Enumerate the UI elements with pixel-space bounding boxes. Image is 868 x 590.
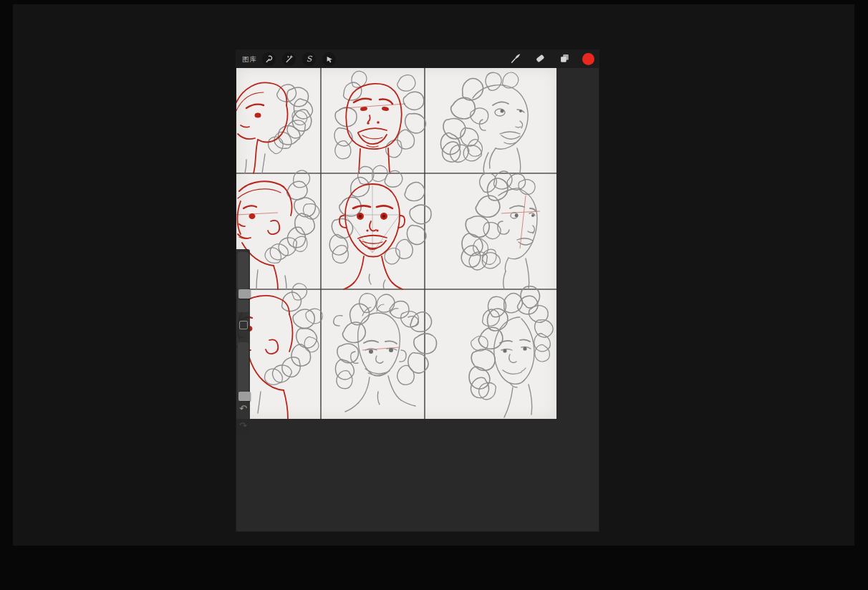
brush-size-slider[interactable] <box>238 252 249 312</box>
drawing-canvas[interactable] <box>236 68 556 419</box>
wrench-icon <box>264 54 274 64</box>
artwork-svg <box>236 68 556 419</box>
procreate-window: 图库 <box>236 50 599 531</box>
brush-size-handle[interactable] <box>238 289 251 299</box>
top-toolbar: 图库 <box>236 50 599 68</box>
transform-arrow-icon <box>324 54 334 64</box>
sketch-cell-r1c1 <box>236 82 316 173</box>
modify-button[interactable] <box>239 321 248 329</box>
color-swatch[interactable] <box>582 53 594 65</box>
grid-lines <box>236 68 556 419</box>
brush-sidebar: ↶ ↷ <box>236 249 250 435</box>
actions-button[interactable] <box>262 52 276 66</box>
layers-icon <box>559 52 570 67</box>
adjustments-button[interactable] <box>282 52 296 66</box>
opacity-slider[interactable] <box>238 342 249 402</box>
sketch-cell-r3c3 <box>467 284 556 417</box>
sketch-cell-r1c3 <box>438 69 528 173</box>
paintbrush-icon <box>510 52 521 67</box>
eraser-icon <box>534 52 546 67</box>
sketch-cell-r1c2 <box>332 68 429 173</box>
undo-button[interactable]: ↶ <box>236 404 250 413</box>
redo-button[interactable]: ↷ <box>236 421 250 430</box>
gallery-button[interactable]: 图库 <box>242 54 257 64</box>
erase-button[interactable] <box>533 52 546 66</box>
opacity-handle[interactable] <box>238 392 251 401</box>
selection-s-icon: S <box>307 52 312 66</box>
sketch-cell-r2c3 <box>458 169 540 289</box>
sketch-cell-r2c2 <box>328 163 435 289</box>
layers-button[interactable] <box>557 52 571 66</box>
paint-button[interactable] <box>508 52 522 66</box>
undo-icon: ↶ <box>239 403 247 414</box>
transform-button[interactable] <box>322 52 336 66</box>
redo-icon: ↷ <box>239 420 247 431</box>
magic-wand-icon <box>284 54 294 64</box>
selection-button[interactable]: S <box>302 52 316 66</box>
